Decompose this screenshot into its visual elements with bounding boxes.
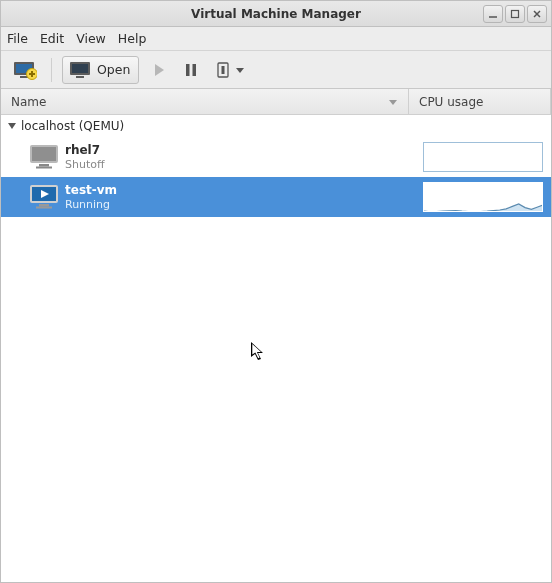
open-label: Open xyxy=(97,62,130,77)
toolbar-separator xyxy=(51,58,52,82)
sort-indicator-icon xyxy=(388,97,398,107)
svg-marker-32 xyxy=(252,344,261,358)
cpu-sparkline xyxy=(423,182,543,212)
vm-status: Shutoff xyxy=(65,158,419,172)
svg-rect-22 xyxy=(32,147,56,161)
column-name-label: Name xyxy=(11,95,46,109)
svg-rect-12 xyxy=(76,76,84,78)
monitor-off-icon xyxy=(29,144,59,170)
chevron-down-icon xyxy=(235,65,245,75)
host-row[interactable]: localhost (QEMU) xyxy=(1,115,551,137)
run-button[interactable] xyxy=(147,56,171,84)
vm-icon-cell xyxy=(1,144,65,170)
vm-row[interactable]: test-vm Running xyxy=(1,177,551,217)
svg-rect-29 xyxy=(36,207,52,209)
minimize-button[interactable] xyxy=(483,5,503,23)
svg-rect-28 xyxy=(39,204,49,207)
svg-rect-9 xyxy=(29,73,35,75)
vm-name: rhel7 xyxy=(65,143,419,158)
shutdown-menu-button[interactable] xyxy=(211,56,249,84)
menu-help[interactable]: Help xyxy=(118,31,147,46)
svg-rect-17 xyxy=(222,66,225,74)
svg-rect-15 xyxy=(193,64,197,76)
svg-marker-19 xyxy=(389,100,397,105)
vm-row[interactable]: rhel7 Shutoff xyxy=(1,137,551,177)
svg-marker-18 xyxy=(236,68,244,73)
app-window: Virtual Machine Manager File Edit View H… xyxy=(0,0,552,583)
window-controls xyxy=(483,5,551,23)
menu-edit[interactable]: Edit xyxy=(40,31,64,46)
vm-status: Running xyxy=(65,198,419,212)
column-cpu[interactable]: CPU usage xyxy=(409,89,551,114)
new-vm-button[interactable] xyxy=(9,56,41,84)
toolbar: Open xyxy=(1,51,551,89)
svg-marker-31 xyxy=(251,342,263,360)
svg-rect-23 xyxy=(39,164,49,167)
svg-rect-14 xyxy=(186,64,190,76)
menubar: File Edit View Help xyxy=(1,27,551,51)
menu-view[interactable]: View xyxy=(76,31,106,46)
expand-collapse-icon[interactable] xyxy=(7,121,17,131)
vm-cpu-cell xyxy=(419,178,551,216)
vm-cpu-cell xyxy=(419,138,551,176)
pause-button[interactable] xyxy=(179,56,203,84)
column-headers: Name CPU usage xyxy=(1,89,551,115)
vm-tree[interactable]: localhost (QEMU) rhel7 Shutoff xyxy=(1,115,551,582)
titlebar: Virtual Machine Manager xyxy=(1,1,551,27)
svg-marker-13 xyxy=(155,64,164,76)
column-cpu-label: CPU usage xyxy=(419,95,483,109)
svg-rect-1 xyxy=(512,10,519,17)
vm-name-cell: rhel7 Shutoff xyxy=(65,143,419,172)
svg-rect-11 xyxy=(72,64,88,73)
cpu-sparkline xyxy=(423,142,543,172)
svg-marker-20 xyxy=(8,123,16,129)
vm-icon-cell xyxy=(1,184,65,210)
svg-rect-24 xyxy=(36,167,52,169)
column-name[interactable]: Name xyxy=(1,89,409,114)
menu-file[interactable]: File xyxy=(7,31,28,46)
monitor-running-icon xyxy=(29,184,59,210)
host-label: localhost (QEMU) xyxy=(21,119,124,133)
vm-name: test-vm xyxy=(65,183,419,198)
window-title: Virtual Machine Manager xyxy=(1,7,551,21)
open-console-button[interactable]: Open xyxy=(62,56,139,84)
close-button[interactable] xyxy=(527,5,547,23)
vm-name-cell: test-vm Running xyxy=(65,183,419,212)
mouse-cursor-icon xyxy=(251,342,267,362)
maximize-button[interactable] xyxy=(505,5,525,23)
